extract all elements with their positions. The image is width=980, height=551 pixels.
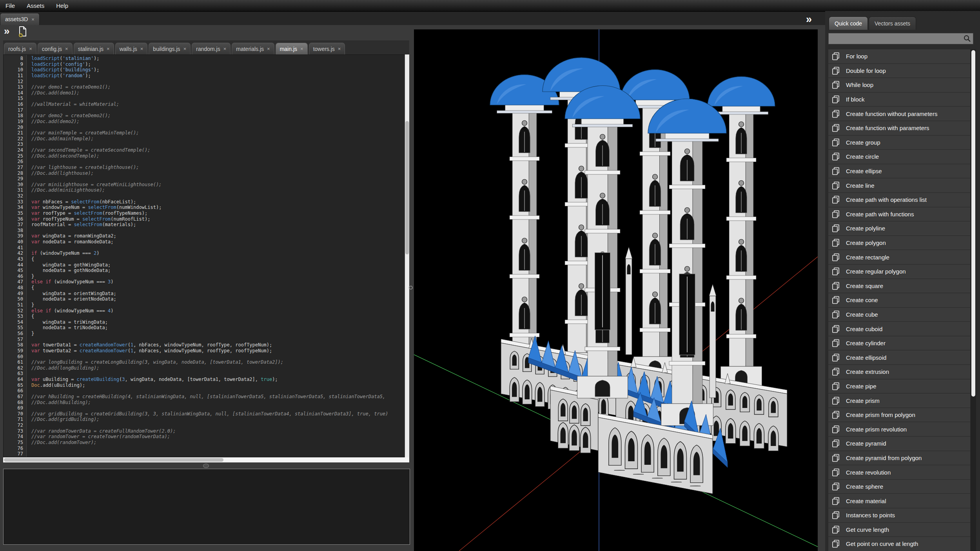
menu-item-assets[interactable]: Assets (27, 2, 44, 9)
code-line[interactable]: var nbFaces = selectFrom(nbFaceList); (31, 199, 409, 205)
close-icon[interactable]: × (107, 46, 110, 51)
quickcode-item-instances-to-points[interactable]: Instances to points (828, 508, 970, 523)
quickcode-item-create-path-with-operations-list[interactable]: Create path with operations list (828, 193, 970, 207)
editor-tab-stalinian.js[interactable]: stalinian.js× (74, 43, 114, 54)
quickcode-item-create-material[interactable]: Create material (828, 494, 970, 508)
quickcode-scrollbar-thumb[interactable] (971, 50, 975, 397)
editor-horizontal-scrollbar[interactable] (3, 457, 409, 462)
code-line[interactable]: nodeData = triNodeData; (31, 325, 409, 331)
code-line[interactable] (31, 79, 409, 85)
quickcode-item-create-pyramid[interactable]: Create pyramid (828, 437, 970, 451)
quickcode-item-create-regular-polygon[interactable]: Create regular polygon (828, 265, 970, 279)
editor-horizontal-scrollbar-thumb[interactable] (4, 458, 223, 462)
code-line[interactable]: var uBuilding = createUBuilding(3, wingD… (31, 377, 409, 382)
quickcode-item-get-curve-length[interactable]: Get curve length (828, 523, 970, 537)
quickcode-item-create-cube[interactable]: Create cube (828, 308, 970, 322)
code-editor[interactable]: 8910111213141516171819202122232425262728… (3, 54, 409, 457)
code-line[interactable]: loadScript('stalinian'); (31, 56, 409, 62)
code-line[interactable]: //Doc.add(lighthouse); (31, 170, 409, 176)
collapse-panel-icon[interactable]: » (4, 26, 9, 36)
quickcode-item-create-ellipse[interactable]: Create ellipse (828, 164, 970, 179)
code-line[interactable] (31, 159, 409, 165)
code-line[interactable] (31, 388, 409, 394)
3d-viewport[interactable] (414, 29, 818, 551)
code-line[interactable]: var nodeData = romanNodeData; (31, 239, 409, 245)
code-line[interactable] (31, 354, 409, 360)
code-line[interactable]: //var hBuilding = createHBuilding(4, sta… (31, 394, 409, 400)
code-line[interactable]: else if (windowTypeNum === 4) (31, 308, 409, 314)
quickcode-item-create-group[interactable]: Create group (828, 136, 970, 150)
close-icon[interactable]: × (65, 46, 68, 51)
menu-item-help[interactable]: Help (56, 2, 68, 9)
code-line[interactable]: //Doc.add(miniLighthouse); (31, 187, 409, 193)
quickcode-item-create-function-with-parameters[interactable]: Create function with parameters (828, 121, 970, 136)
code-line[interactable]: //var demo2 = createDemo2(); (31, 113, 409, 119)
code-line[interactable]: { (31, 285, 409, 291)
code-line[interactable]: { (31, 314, 409, 319)
quickcode-item-create-line[interactable]: Create line (828, 178, 970, 193)
close-icon[interactable]: × (338, 46, 341, 51)
code-line[interactable]: //Doc.add(randomTower); (31, 440, 409, 446)
code-line[interactable]: //var randomTower = createTower(randomTo… (31, 434, 409, 440)
close-icon[interactable]: × (183, 46, 187, 51)
quickcode-item-if-block[interactable]: If block (828, 92, 970, 107)
quickcode-item-double-for-loop[interactable]: Double for loop (828, 64, 970, 78)
quickcode-item-create-polygon[interactable]: Create polygon (828, 236, 970, 250)
code-line[interactable]: { (31, 256, 409, 262)
code-line[interactable]: loadScript('random'); (31, 73, 409, 79)
code-line[interactable]: //Doc.add(gridBuilding); (31, 417, 409, 422)
code-line[interactable]: //var mainTemple = createMainTemple(); (31, 130, 409, 136)
quickcode-item-create-polyline[interactable]: Create polyline (828, 221, 970, 236)
code-line[interactable]: } (31, 274, 409, 279)
code-line[interactable] (31, 141, 409, 147)
code-line[interactable]: var roofTypeNum = selectFrom(numRoofList… (31, 216, 409, 222)
code-line[interactable]: loadScript('config'); (31, 62, 409, 67)
code-line[interactable]: //wallMaterial = whiteMaterial; (31, 102, 409, 107)
editor-tab-random.js[interactable]: random.js× (192, 43, 230, 54)
code-line[interactable]: } (31, 331, 409, 337)
code-line[interactable]: //var gridBuilding = createGridBuilding(… (31, 411, 409, 417)
quickcode-item-create-pipe[interactable]: Create pipe (828, 379, 970, 394)
quickcode-item-for-loop[interactable]: For loop (828, 49, 970, 64)
code-line[interactable]: //var longBuilding = createLongBuilding(… (31, 359, 409, 365)
code-line[interactable] (31, 125, 409, 130)
code-line[interactable] (31, 176, 409, 182)
editor-tab-config.js[interactable]: config.js× (38, 43, 73, 54)
code-line[interactable]: nodeData = gothNodeData; (31, 268, 409, 274)
3d-scene[interactable] (414, 29, 818, 551)
code-line[interactable] (31, 337, 409, 343)
quickcode-item-create-rectangle[interactable]: Create rectangle (828, 250, 970, 265)
editor-vertical-scrollbar-thumb[interactable] (405, 121, 409, 254)
quickcode-item-create-prism-from-polygon[interactable]: Create prism from polygon (828, 408, 970, 422)
editor-tab-main.js[interactable]: main.js× (276, 43, 308, 54)
code-line[interactable]: //Doc.add(mainTemple); (31, 136, 409, 142)
quickcode-item-create-pyramid-from-polygon[interactable]: Create pyramid from polygon (828, 451, 970, 466)
quickcode-item-while-loop[interactable]: While loop (828, 78, 970, 92)
code-line[interactable]: //var randomTowerData = createFullRandom… (31, 428, 409, 434)
vertical-splitter-grip[interactable] (409, 286, 413, 290)
code-line[interactable]: //Doc.add(longBuilding); (31, 365, 409, 371)
menu-item-file[interactable]: File (5, 2, 15, 9)
code-line[interactable] (31, 371, 409, 377)
code-line[interactable]: var roofType = selectFrom(roofTypeNames)… (31, 210, 409, 216)
editor-tab-towers.js[interactable]: towers.js× (309, 43, 345, 54)
code-line[interactable]: //var demo1 = createDemo1(); (31, 84, 409, 90)
code-line[interactable]: wingData = gothWingData; (31, 262, 409, 268)
quickcode-item-create-revolution[interactable]: Create revolution (828, 465, 970, 480)
horizontal-splitter[interactable] (0, 462, 410, 468)
code-line[interactable]: roofMaterial = selectFrom(materials); (31, 222, 409, 228)
code-line[interactable]: //var secondTemple = createSecondTemple(… (31, 147, 409, 153)
quickcode-item-create-prism[interactable]: Create prism (828, 393, 970, 408)
code-line[interactable] (31, 193, 409, 199)
code-line[interactable]: //Doc.add(demo2); (31, 119, 409, 125)
editor-tab-roofs.js[interactable]: roofs.js× (4, 43, 36, 54)
quickcode-scrollbar[interactable] (971, 49, 976, 551)
code-line[interactable]: var windowTypeNum = selectFrom(numWindow… (31, 205, 409, 210)
code-line[interactable]: //Doc.add(secondTemple); (31, 153, 409, 159)
close-icon[interactable]: × (300, 46, 303, 51)
quickcode-item-create-cone[interactable]: Create cone (828, 293, 970, 308)
code-line[interactable] (31, 245, 409, 251)
editor-vertical-scrollbar[interactable] (405, 54, 409, 457)
quickcode-item-create-function-without-parameters[interactable]: Create function without parameters (828, 107, 970, 121)
quickcode-item-create-cylinder[interactable]: Create cylinder (828, 336, 970, 351)
